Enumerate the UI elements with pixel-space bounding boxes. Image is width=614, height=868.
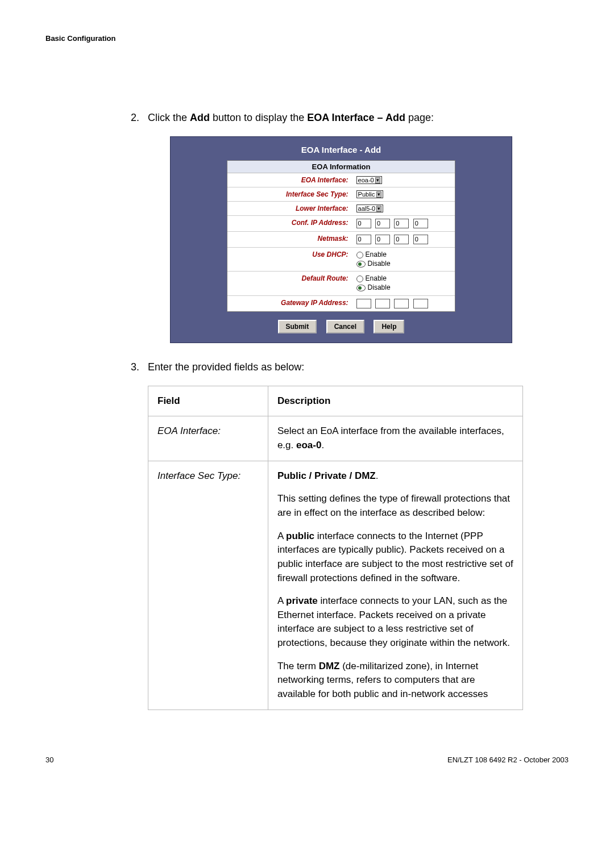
label-use-dhcp: Use DHCP:	[227, 248, 353, 271]
step-3-text: Enter the provided fields as below:	[148, 361, 304, 373]
step-2-num: 2.	[131, 111, 145, 125]
label-conf-ip: Conf. IP Address:	[227, 216, 353, 231]
page-number: 30	[45, 756, 53, 764]
select-eoa-interface[interactable]: eoa-0 ▾	[356, 176, 382, 184]
select-if-sec-type-value: Public	[358, 191, 375, 198]
label-lower-if: Lower Interface:	[227, 202, 353, 215]
netmask-3[interactable]: 0	[394, 235, 409, 244]
label-gw-ip: Gateway IP Address:	[227, 296, 353, 311]
description-table: Field Description EOA Interface: Select …	[148, 386, 523, 710]
step-2-text-a: Click the	[148, 112, 190, 123]
eoa-dialog: EOA Interface - Add EOA Information EOA …	[170, 136, 512, 343]
row2-p1a: Public / Private / DMZ	[277, 470, 376, 481]
row2-p4b: private	[286, 595, 318, 606]
table-row: Interface Sec Type: Public / Private / D…	[148, 461, 523, 710]
row2-p5a: The term	[277, 661, 319, 671]
conf-ip-1[interactable]: 0	[356, 219, 371, 228]
cancel-button[interactable]: Cancel	[326, 320, 364, 333]
row2-p3b: public	[286, 531, 314, 541]
step-2: 2. Click the Add button to display the E…	[131, 111, 551, 125]
row2-p1b: .	[376, 470, 379, 481]
select-eoa-interface-value: eoa-0	[358, 177, 374, 183]
radio-dhcp-enable-label: Enable	[366, 251, 387, 258]
netmask-1[interactable]: 0	[356, 235, 371, 244]
row2-field: Interface Sec Type:	[157, 470, 240, 481]
gw-ip-1[interactable]	[356, 299, 371, 308]
row2-p4a: A	[277, 595, 286, 606]
radio-route-enable-label: Enable	[366, 274, 387, 282]
help-button[interactable]: Help	[374, 320, 404, 333]
label-netmask: Netmask:	[227, 232, 353, 247]
radio-dhcp-disable-label: Disable	[368, 260, 391, 268]
gw-ip-2[interactable]	[375, 299, 390, 308]
radio-route-enable[interactable]	[356, 276, 363, 282]
radio-dhcp-enable[interactable]	[356, 252, 363, 258]
label-default-route: Default Route:	[227, 272, 353, 295]
th-field: Field	[148, 386, 268, 416]
eoa-dialog-title: EOA Interface - Add	[176, 143, 506, 160]
chevron-down-icon: ▾	[375, 177, 380, 183]
radio-route-disable[interactable]	[356, 285, 366, 291]
conf-ip-2[interactable]: 0	[375, 219, 390, 228]
step-3-num: 3.	[131, 360, 145, 374]
page-footer: 30 EN/LZT 108 6492 R2 - October 2003	[0, 733, 614, 781]
conf-ip-4[interactable]: 0	[413, 219, 428, 228]
table-row: EOA Interface: Select an EoA interface f…	[148, 416, 523, 461]
row1-d1b: eoa-0	[296, 440, 321, 450]
th-desc: Description	[268, 386, 522, 416]
submit-button[interactable]: Submit	[278, 320, 317, 333]
eoa-info-head: EOA Information	[227, 161, 455, 173]
row1-d1c: .	[321, 440, 324, 450]
select-if-sec-type[interactable]: Public ▾	[356, 190, 383, 198]
radio-dhcp-disable[interactable]	[356, 261, 366, 268]
step-2-text-c: button to display the	[210, 112, 307, 123]
netmask-2[interactable]: 0	[375, 235, 390, 244]
footer-right: EN/LZT 108 6492 R2 - October 2003	[447, 756, 569, 764]
page-header: Basic Configuration	[45, 34, 569, 43]
step-2-eoa: EOA Interface – Add	[307, 112, 405, 123]
select-lower-if[interactable]: aal5-0 ▾	[356, 205, 384, 212]
netmask-4[interactable]: 0	[413, 235, 428, 244]
gw-ip-3[interactable]	[394, 299, 409, 308]
select-lower-if-value: aal5-0	[358, 205, 376, 212]
row1-field: EOA Interface:	[157, 425, 221, 436]
gw-ip-4[interactable]	[413, 299, 428, 308]
row2-p2: This setting defines the type of firewal…	[277, 492, 513, 520]
radio-route-disable-label: Disable	[368, 283, 391, 291]
label-eoa-interface: EOA Interface:	[227, 173, 353, 187]
step-3: 3. Enter the provided fields as below:	[131, 360, 551, 374]
step-2-text-e: page:	[405, 112, 434, 123]
eoa-panel: EOA Information EOA Interface: eoa-0 ▾ I…	[227, 160, 455, 311]
chevron-down-icon: ▾	[376, 191, 381, 198]
step-2-add: Add	[190, 112, 210, 123]
label-if-sec-type: Interface Sec Type:	[227, 187, 353, 201]
row2-p5b: DMZ	[319, 661, 340, 671]
row2-p3a: A	[277, 531, 286, 541]
chevron-down-icon: ▾	[376, 206, 381, 212]
conf-ip-3[interactable]: 0	[394, 219, 409, 228]
